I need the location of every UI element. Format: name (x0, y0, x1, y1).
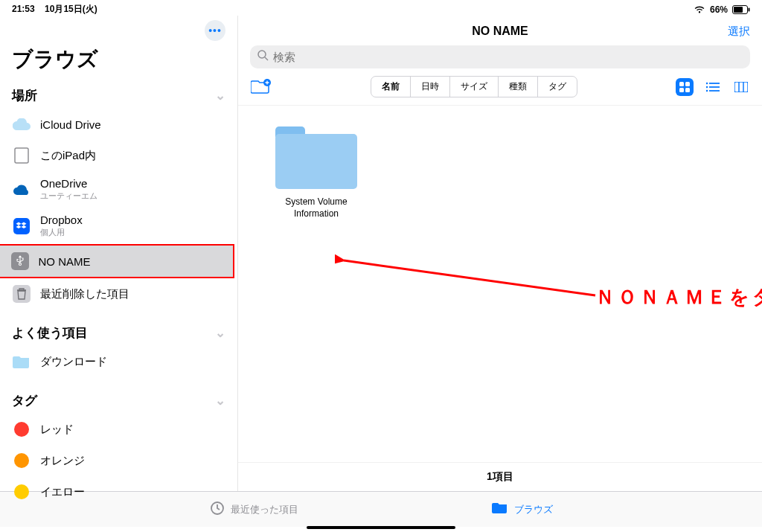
search-input[interactable] (273, 51, 743, 63)
section-header-favorites[interactable]: よく使う項目 ⌄ (0, 320, 237, 346)
tab-label: ブラウズ (514, 503, 553, 516)
cloud-icon (12, 115, 31, 134)
tab-recents[interactable]: 最近使った項目 (210, 501, 298, 518)
status-left: 21:53 10月15日(火) (12, 3, 97, 16)
svg-rect-1 (734, 7, 743, 13)
status-right: 66% (694, 4, 750, 15)
folder-name: System Volume Information (268, 196, 365, 219)
item-sublabel: 個人用 (40, 227, 225, 238)
section-label: よく使う項目 (12, 324, 88, 342)
view-list-button[interactable] (704, 78, 722, 96)
sort-size[interactable]: サイズ (450, 77, 499, 97)
svg-line-23 (344, 260, 595, 295)
trash-icon (12, 284, 31, 304)
onedrive-icon (12, 180, 31, 199)
tag-dot-icon (14, 484, 29, 499)
item-sublabel: ユーティーエム (40, 190, 225, 202)
sidebar-item-noname[interactable]: NO NAME (0, 244, 234, 278)
svg-point-7 (258, 51, 266, 58)
select-button[interactable]: 選択 (728, 25, 750, 39)
section-label: タグ (12, 392, 37, 409)
view-columns-button[interactable] (732, 78, 750, 96)
svg-point-18 (706, 86, 708, 88)
battery-icon (732, 5, 750, 14)
sidebar: ••• ブラウズ 場所 ⌄ iCloud Drive このiPad内 OneDr… (0, 16, 238, 491)
sort-date[interactable]: 日時 (411, 77, 450, 97)
svg-rect-20 (734, 82, 748, 92)
chevron-down-icon: ⌄ (215, 325, 225, 341)
sidebar-item-downloads[interactable]: ダウンロード (0, 346, 237, 377)
section-header-locations[interactable]: 場所 ⌄ (0, 83, 237, 109)
svg-rect-11 (685, 82, 690, 86)
home-indicator (307, 526, 455, 529)
view-grid-button[interactable] (676, 78, 694, 96)
svg-rect-4 (13, 218, 30, 234)
svg-rect-13 (685, 88, 690, 92)
sort-name[interactable]: 名前 (371, 77, 411, 97)
item-count: 1項目 (238, 462, 762, 491)
more-button[interactable]: ••• (205, 20, 225, 41)
chevron-down-icon: ⌄ (215, 393, 225, 408)
sidebar-item-ipad[interactable]: このiPad内 (0, 140, 237, 171)
sidebar-item-icloud[interactable]: iCloud Drive (0, 109, 237, 140)
svg-point-19 (706, 89, 708, 92)
usb-icon (10, 251, 30, 271)
clock-icon (210, 501, 225, 518)
battery-percent: 66% (710, 4, 728, 15)
new-folder-button[interactable] (250, 78, 272, 96)
folder-item[interactable]: System Volume Information (268, 126, 365, 219)
wifi-icon (694, 5, 705, 14)
sidebar-tag-yellow[interactable]: イエロー (0, 476, 237, 507)
tag-label: イエロー (40, 485, 225, 499)
item-label: OneDrive (40, 177, 225, 190)
item-label: ダウンロード (40, 355, 225, 369)
annotation-text: ＮＯＮＡＭＥをタッチ (595, 284, 762, 310)
tag-label: オレンジ (40, 454, 225, 468)
tag-dot-icon (14, 422, 29, 437)
item-label: このiPad内 (40, 149, 225, 163)
file-grid: System Volume Information ＮＯＮＡＭＥをタッチ (238, 105, 762, 462)
sort-segmented: 名前 日時 サイズ 種類 タグ (371, 76, 577, 97)
dropbox-icon (12, 217, 31, 236)
folder-icon (12, 352, 31, 371)
tag-dot-icon (14, 453, 29, 468)
svg-rect-6 (13, 285, 31, 303)
sort-kind[interactable]: 種類 (499, 77, 538, 97)
item-label: NO NAME (39, 255, 222, 268)
section-header-tags[interactable]: タグ ⌄ (0, 388, 237, 414)
item-label: 最近削除した項目 (40, 287, 225, 301)
ellipsis-icon: ••• (208, 25, 222, 36)
sidebar-tag-orange[interactable]: オレンジ (0, 445, 237, 476)
sidebar-item-trash[interactable]: 最近削除した項目 (0, 278, 237, 310)
sidebar-item-dropbox[interactable]: Dropbox個人用 (0, 208, 237, 244)
svg-rect-3 (15, 148, 28, 163)
sidebar-tag-red[interactable]: レッド (0, 414, 237, 445)
content-pane: NO NAME 選択 名前 日時 サイズ 種類 タグ (238, 16, 762, 491)
ipad-icon (12, 146, 31, 165)
tab-browse[interactable]: ブラウズ (492, 501, 553, 517)
status-date: 10月15日(火) (45, 4, 97, 14)
svg-rect-2 (749, 7, 750, 11)
tab-label: 最近使った項目 (231, 503, 298, 516)
svg-rect-12 (679, 88, 684, 92)
sidebar-title: ブラウズ (0, 45, 237, 83)
item-label: iCloud Drive (40, 118, 225, 131)
svg-point-17 (706, 82, 708, 84)
content-title: NO NAME (472, 25, 528, 38)
folder-icon (492, 501, 508, 517)
svg-rect-10 (679, 82, 684, 86)
svg-line-8 (265, 57, 268, 60)
sidebar-item-onedrive[interactable]: OneDriveユーティーエム (0, 171, 237, 208)
status-bar: 21:53 10月15日(火) 66% (0, 0, 762, 16)
folder-icon (275, 126, 357, 189)
search-icon (257, 50, 269, 64)
sort-tag[interactable]: タグ (538, 77, 577, 97)
chevron-down-icon: ⌄ (215, 88, 225, 103)
search-field[interactable] (250, 45, 750, 68)
item-label: Dropbox (40, 214, 225, 226)
annotation-arrow (335, 254, 603, 307)
tag-label: レッド (40, 423, 225, 437)
section-label: 場所 (12, 87, 37, 104)
status-time: 21:53 (12, 4, 35, 14)
